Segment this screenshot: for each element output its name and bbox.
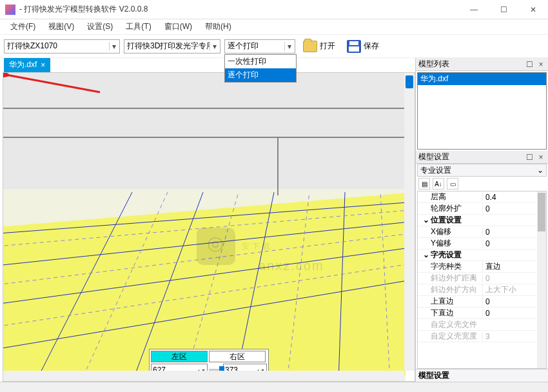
sort-az-icon[interactable]: A↓ [433, 178, 444, 190]
viewport-scrollbar-horizontal[interactable] [3, 371, 404, 381]
open-button[interactable]: 打开 [299, 38, 339, 55]
dropdown-item-each[interactable]: 逐个打印 [225, 68, 296, 82]
chevron-down-icon: ▾ [109, 42, 118, 51]
prop-top-straight: 上直边 [418, 296, 482, 307]
menu-window[interactable]: 窗口(W) [158, 20, 199, 34]
statusbar [0, 382, 548, 392]
list-item[interactable]: 华为.dxf [418, 73, 546, 85]
viewport-scrollbar-vertical[interactable] [404, 73, 415, 371]
folder-icon [303, 41, 317, 52]
save-label: 保存 [364, 41, 379, 52]
left-zone-button[interactable]: 左区 [151, 351, 208, 362]
pro-settings-header[interactable]: 专业设置 ⌄ [417, 164, 547, 177]
property-grid[interactable]: 层高0.4 轮廓外扩0 ⌄位置设置 X偏移0 Y偏移0 ⌄字壳设置 字壳种类直边… [417, 191, 547, 369]
close-button[interactable]: ✕ [518, 0, 548, 19]
prop-group-shell[interactable]: ⌄字壳设置 [418, 250, 482, 260]
save-button[interactable]: 保存 [343, 38, 383, 55]
prop-y-offset: Y偏移 [418, 238, 482, 249]
window-title: - 打得快发光字模型转换软件 V2.0.0.8 [19, 4, 459, 15]
chevron-down-icon: ▾ [210, 42, 219, 51]
prop-bottom-straight: 下直边 [418, 308, 482, 318]
app-icon [5, 5, 15, 15]
3d-viewport[interactable]: 安下载 anxz.com 左区 右区 627 ▲▼ [3, 72, 415, 382]
menu-settings[interactable]: 设置(S) [81, 20, 119, 34]
menu-view[interactable]: 视图(V) [42, 20, 81, 34]
print-mode-dropdown: 一次性打印 逐个打印 [224, 54, 297, 83]
svg-rect-0 [3, 73, 406, 189]
prop-bevel-dist: 斜边外扩距离 [418, 273, 482, 284]
menu-help[interactable]: 帮助(H) [199, 20, 238, 34]
right-zone-button[interactable]: 右区 [209, 351, 266, 362]
tab-huawei[interactable]: 华为.dxf × [4, 57, 50, 72]
tab-label: 华为.dxf [9, 59, 37, 70]
menu-file[interactable]: 文件(F) [4, 20, 42, 34]
pin-icon[interactable]: ☐ [525, 60, 534, 69]
prop-layer-height: 层高 [418, 191, 482, 202]
model-list[interactable]: 华为.dxf [417, 72, 547, 150]
menu-tools[interactable]: 工具(T) [119, 20, 157, 34]
prop-x-offset: X偏移 [418, 226, 482, 237]
prop-custom-width: 自定义壳宽度 [418, 331, 482, 342]
dropdown-item-once[interactable]: 一次性打印 [225, 55, 296, 68]
maximize-button[interactable]: ☐ [489, 0, 518, 19]
model-list-title: 模型列表 [418, 59, 522, 70]
prop-outline-expand: 轮廓外扩 [418, 203, 482, 214]
tab-close-icon[interactable]: × [41, 61, 45, 70]
prop-shell-type: 字壳种类 [418, 261, 482, 272]
profile-combo-text: 打得快3D打印发光字专用 [127, 41, 210, 52]
chevron-down-icon: ▾ [284, 42, 293, 51]
props-page-icon[interactable]: ▭ [447, 178, 458, 190]
print-mode-text: 逐个打印 [228, 41, 284, 52]
save-icon [347, 40, 361, 53]
propgrid-scrollbar[interactable] [537, 191, 546, 368]
print-mode-combo[interactable]: 逐个打印 ▾ 一次性打印 逐个打印 [224, 39, 295, 54]
device-combo-text: 打得快ZX1070 [7, 41, 109, 52]
viewport-grid [3, 73, 406, 382]
device-combo[interactable]: 打得快ZX1070 ▾ [4, 39, 120, 54]
minimize-button[interactable]: — [459, 0, 489, 19]
prop-group-position[interactable]: ⌄位置设置 [418, 215, 482, 226]
prop-custom-file: 自定义壳文件 [418, 319, 482, 330]
prop-bevel-dir: 斜边外扩方向 [418, 284, 482, 295]
chevron-down-icon: ⌄ [537, 166, 543, 175]
panel-footer-title: 模型设置 [416, 369, 548, 382]
pin-icon[interactable]: ☐ [525, 153, 534, 162]
panel-close-icon[interactable]: × [536, 60, 545, 69]
profile-combo[interactable]: 打得快3D打印发光字专用 ▾ [124, 39, 220, 54]
open-label: 打开 [320, 41, 335, 52]
panel-close-icon[interactable]: × [536, 153, 545, 162]
model-settings-title: 模型设置 [418, 152, 522, 162]
categorize-icon[interactable]: ▤ [418, 178, 430, 190]
